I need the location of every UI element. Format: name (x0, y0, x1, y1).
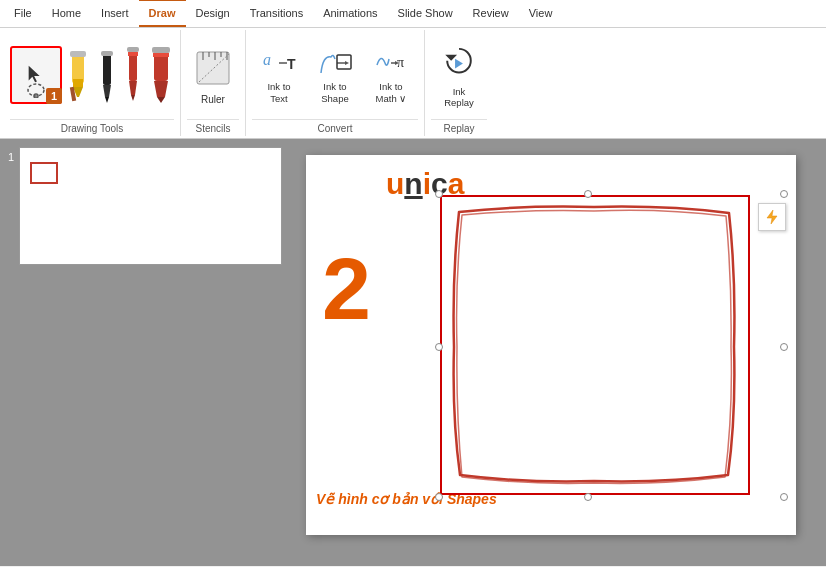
svg-rect-33 (337, 55, 351, 69)
convert-group: a T Ink to Text (246, 30, 425, 136)
slide-panel: 1 (0, 139, 290, 566)
tab-animations[interactable]: Animations (313, 0, 387, 27)
ink-to-math-button[interactable]: π Ink to Math ∨ (364, 37, 418, 113)
lightning-icon (763, 208, 781, 226)
svg-text:T: T (287, 56, 296, 72)
ink-replay-label: Ink Replay (444, 86, 474, 109)
svg-marker-39 (767, 210, 777, 224)
pen-red-icon (122, 47, 144, 105)
svg-text:a: a (263, 51, 271, 68)
svg-rect-15 (128, 52, 138, 56)
replay-items: Ink Replay (431, 30, 487, 119)
ink-to-text-button[interactable]: a T Ink to Text (252, 37, 306, 113)
svg-marker-32 (345, 61, 349, 65)
tab-file[interactable]: File (4, 0, 42, 27)
stencils-label: Stencils (187, 119, 239, 136)
pen-tool-red[interactable] (122, 47, 144, 105)
svg-rect-20 (153, 53, 169, 57)
svg-marker-38 (455, 58, 463, 68)
app-window: File Home Insert Draw Design Transitions… (0, 0, 826, 566)
selection-box (440, 195, 750, 495)
slide-1-thumbnail[interactable] (19, 147, 282, 265)
handle-br[interactable] (780, 493, 788, 501)
handle-mr[interactable] (780, 343, 788, 351)
main-area: 1 unica 2 Vẽ hình cơ bản với Shapes (0, 139, 826, 566)
slide-1-number: 1 (8, 147, 14, 163)
drawing-tools-group: 1 (4, 30, 181, 136)
svg-rect-5 (70, 51, 86, 57)
handle-tr[interactable] (780, 190, 788, 198)
handle-bm[interactable] (584, 493, 592, 501)
replay-group: Ink Replay Replay (425, 30, 493, 136)
tab-insert[interactable]: Insert (91, 0, 139, 27)
stencils-items: Ruler (187, 30, 239, 119)
tab-slideshow[interactable]: Slide Show (388, 0, 463, 27)
pen-tool-red2[interactable] (148, 47, 174, 105)
handle-ml[interactable] (435, 343, 443, 351)
tab-design[interactable]: Design (186, 0, 240, 27)
pen-tool-black1[interactable] (96, 51, 118, 105)
ink-to-math-label: Ink to Math ∨ (376, 81, 407, 104)
svg-text:π: π (397, 55, 404, 70)
tab-review[interactable]: Review (463, 0, 519, 27)
convert-items: a T Ink to Text (252, 30, 418, 119)
ink-to-text-label: Ink to Text (267, 81, 290, 104)
ink-to-shape-button[interactable]: Ink to Shape (308, 37, 362, 113)
drawing-tools-label: Drawing Tools (10, 119, 174, 136)
pen-tools (64, 45, 174, 105)
slide-number-2: 2 (322, 245, 371, 333)
ink-to-text-icon: a T (261, 45, 297, 81)
tab-home[interactable]: Home (42, 0, 91, 27)
highlighter-tool[interactable] (64, 51, 92, 105)
ink-replay-icon (441, 41, 477, 84)
svg-marker-18 (157, 97, 165, 103)
ruler-icon (195, 44, 231, 92)
convert-label: Convert (252, 119, 418, 136)
handle-tm[interactable] (584, 190, 592, 198)
pen-black1-icon (96, 51, 118, 105)
ink-to-math-icon: π (373, 45, 409, 81)
lasso-icon (26, 82, 46, 98)
svg-rect-10 (101, 51, 113, 56)
svg-marker-17 (154, 81, 168, 97)
pen-red2-icon (148, 47, 174, 105)
svg-rect-7 (103, 53, 111, 85)
svg-marker-12 (129, 81, 137, 95)
svg-rect-21 (197, 52, 229, 84)
replay-label: Replay (431, 119, 487, 136)
badge-1: 1 (46, 88, 62, 104)
ruler-label: Ruler (201, 94, 225, 105)
tab-view[interactable]: View (519, 0, 563, 27)
lightning-badge-button[interactable] (758, 203, 786, 231)
ribbon: File Home Insert Draw Design Transitions… (0, 0, 826, 139)
handle-tl[interactable] (435, 190, 443, 198)
svg-rect-19 (152, 47, 170, 53)
ruler-button[interactable]: Ruler (187, 35, 239, 115)
stencils-group: Ruler Stencils (181, 30, 246, 136)
svg-marker-8 (103, 85, 111, 97)
slide-view: unica 2 Vẽ hình cơ bản với Shapes (290, 139, 826, 566)
svg-rect-3 (73, 79, 83, 87)
svg-rect-2 (72, 53, 84, 83)
svg-rect-14 (127, 47, 139, 52)
svg-marker-13 (131, 95, 135, 101)
handle-bl[interactable] (435, 493, 443, 501)
tab-bar: File Home Insert Draw Design Transitions… (0, 0, 826, 28)
ink-to-shape-label: Ink to Shape (321, 81, 348, 104)
ink-replay-button[interactable]: Ink Replay (431, 37, 487, 113)
select-tool-button[interactable]: 1 (10, 46, 62, 104)
drawing-tools-items: 1 (10, 30, 174, 119)
highlighter-icon (64, 51, 92, 105)
tab-transitions[interactable]: Transitions (240, 0, 313, 27)
tab-draw[interactable]: Draw (139, 0, 186, 27)
slide-1-red-rect (30, 162, 58, 184)
ink-to-shape-icon (317, 45, 353, 81)
slide-main[interactable]: unica 2 Vẽ hình cơ bản với Shapes (306, 155, 796, 535)
svg-marker-9 (105, 97, 109, 103)
ribbon-content: 1 (0, 28, 826, 138)
slide-1-thumb-container: 1 (8, 147, 282, 265)
